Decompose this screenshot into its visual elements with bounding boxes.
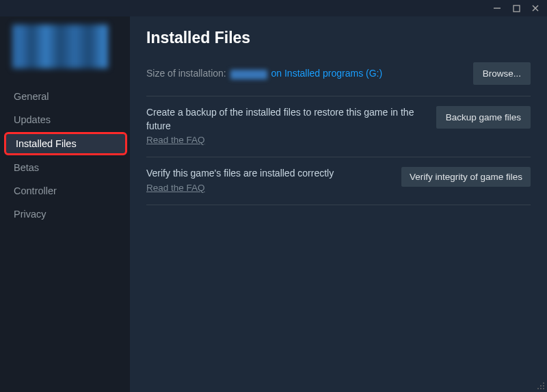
svg-point-4	[543, 382, 544, 384]
svg-point-5	[540, 385, 542, 387]
svg-point-8	[540, 388, 542, 389]
size-value-redacted	[230, 70, 267, 79]
resize-grip[interactable]	[536, 381, 546, 391]
verify-faq-link[interactable]: Read the FAQ	[146, 182, 205, 195]
sidebar: General Updates Installed Files Betas Co…	[0, 16, 130, 392]
sidebar-item-betas[interactable]: Betas	[0, 156, 130, 179]
maximize-button[interactable]	[510, 2, 522, 14]
svg-point-9	[543, 388, 544, 389]
sidebar-item-updates[interactable]: Updates	[0, 108, 130, 131]
svg-point-7	[537, 388, 539, 389]
game-thumbnail	[12, 25, 108, 68]
browse-button[interactable]: Browse...	[473, 62, 531, 85]
main-panel: Installed Files Size of installation: on…	[130, 16, 547, 392]
sidebar-item-privacy[interactable]: Privacy	[0, 202, 130, 226]
page-title: Installed Files	[146, 29, 531, 47]
minimize-button[interactable]	[491, 2, 503, 14]
verify-description: Verify this game's files are installed c…	[146, 168, 334, 179]
sidebar-item-controller[interactable]: Controller	[0, 179, 130, 202]
size-label: Size of installation:	[146, 68, 226, 79]
game-header	[0, 21, 130, 81]
svg-point-6	[543, 385, 544, 387]
sidebar-item-general[interactable]: General	[0, 85, 130, 108]
sidebar-item-installed-files[interactable]: Installed Files	[4, 132, 127, 155]
close-button[interactable]	[529, 2, 542, 14]
backup-button[interactable]: Backup game files	[436, 106, 531, 129]
backup-faq-link[interactable]: Read the FAQ	[146, 134, 205, 147]
backup-description: Create a backup of the installed files t…	[146, 107, 414, 131]
install-size-info: Size of installation: on Installed progr…	[146, 68, 382, 79]
verify-integrity-button[interactable]: Verify integrity of game files	[401, 167, 531, 187]
drive-link[interactable]: on Installed programs (G:)	[271, 68, 383, 79]
svg-rect-1	[513, 5, 520, 12]
